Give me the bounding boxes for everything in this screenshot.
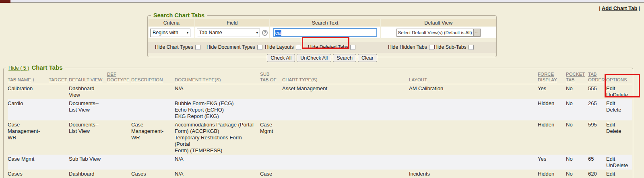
table-cell — [107, 155, 131, 170]
table-cell: 620 — [588, 170, 606, 178]
column-header-document-type-s-[interactable]: DOCUMENT TYPE(S) — [175, 71, 260, 84]
search-chart-tabs-panel: Search Chart Tabs Criteria Begins with ▾… — [147, 15, 497, 57]
column-header-default-view[interactable]: DEFAULT VIEW — [69, 71, 107, 84]
table-row: Case MgmtSub Tab ViewN/AYesNo65Edit UnDe… — [8, 155, 632, 170]
sort-ascending-icon: ↑ — [32, 77, 35, 83]
options-cell[interactable]: Edit UnDelete — [606, 155, 632, 170]
checkbox-group: Hide Chart Types — [155, 44, 200, 50]
table-cell: No — [566, 120, 588, 155]
search-buttons-row: Check AllUnCheck AllSearchClear — [148, 54, 496, 62]
table-cell: Documents-- List View — [69, 120, 107, 155]
table-cell — [49, 170, 69, 178]
table-cell — [282, 120, 409, 155]
table-cell: N/A — [175, 155, 260, 170]
table-cell — [107, 170, 131, 178]
checkbox-band: Hide Chart TypesHide Document TypesHide … — [148, 42, 496, 53]
checkbox[interactable] — [195, 45, 200, 50]
table-cell: Calibration — [8, 84, 49, 99]
checkbox-group: Hide Layouts — [265, 44, 301, 50]
checkbox-label: Hide Chart Types — [155, 44, 193, 50]
check-all-button[interactable]: Check All — [267, 54, 295, 62]
table-cell: N/A — [175, 170, 260, 178]
column-header-chart-type-s-[interactable]: CHART TYPE(S) — [282, 71, 409, 84]
options-cell[interactable]: Edit UnDelete — [606, 170, 632, 178]
checkbox-label: Hide Hidden Tabs — [388, 44, 427, 50]
chart-tabs-panel: Hide ( 5 )Chart Tabs TAB NAME↑TARGETDEFA… — [3, 68, 633, 178]
chevron-down-icon: ▾ — [256, 31, 258, 35]
table-cell — [49, 155, 69, 170]
criteria-header: Criteria — [149, 19, 194, 26]
options-cell[interactable]: Edit Delete — [606, 99, 632, 120]
add-chart-tab-bar: |Add Chart Tab| — [599, 5, 640, 11]
chart-tabs-table: TAB NAME↑TARGETDEFAULT VIEWDEF DOCTYPEDE… — [8, 71, 632, 178]
search-text-selected-value: ca — [275, 30, 281, 36]
column-header-pocket-tab[interactable]: POCKET TAB — [566, 71, 588, 84]
table-cell — [49, 120, 69, 155]
search-text-header: Search Text — [270, 19, 380, 26]
field-select[interactable]: Tab Name ▾ — [197, 29, 260, 37]
table-cell — [107, 99, 131, 120]
table-cell: Dashboard View — [69, 84, 107, 99]
top-left-red-bar — [0, 0, 10, 3]
table-cell: Hidden — [538, 99, 566, 120]
column-header-def-doctype[interactable]: DEF DOCTYPE — [107, 71, 131, 84]
column-header-layout[interactable]: LAYOUT — [409, 71, 538, 84]
table-cell: Incidents — [409, 170, 538, 178]
table-cell: Hidden — [538, 170, 566, 178]
table-row: CalibrationDashboard ViewN/AAsset Manage… — [8, 84, 632, 99]
checkbox[interactable] — [429, 45, 434, 50]
column-header-target[interactable]: TARGET — [49, 71, 69, 84]
table-cell: Hidden — [538, 120, 566, 155]
table-cell: No — [566, 99, 588, 120]
table-cell — [409, 99, 538, 120]
field-header: Field — [195, 19, 269, 26]
table-cell: Yes — [538, 84, 566, 99]
table-cell — [282, 155, 409, 170]
pipe-left: | — [599, 5, 601, 11]
checkbox[interactable] — [296, 45, 301, 50]
default-view-ellipsis-button[interactable]: ... — [473, 29, 480, 36]
options-cell[interactable]: Edit Delete — [606, 120, 632, 155]
table-cell — [409, 120, 538, 155]
checkbox[interactable] — [350, 45, 355, 50]
checkbox-label: Hide Deleted Tabs — [308, 44, 348, 50]
column-header-force-display[interactable]: FORCE DISPLAY — [538, 71, 566, 84]
column-header-description[interactable]: DESCRIPTION — [131, 71, 175, 84]
table-cell — [131, 84, 175, 99]
search-grid: Criteria Begins with ▾ Field Tab Name ▾ … — [148, 19, 496, 38]
table-cell: 65 — [588, 155, 606, 170]
hide-count-link[interactable]: Hide ( 5 ) — [8, 65, 29, 71]
search-button[interactable]: Search — [333, 54, 356, 62]
table-cell — [49, 84, 69, 99]
table-cell: Case Mgmt — [260, 170, 282, 178]
criteria-select[interactable]: Begins with ▾ — [150, 29, 190, 37]
table-cell: Case Management-WR — [131, 120, 175, 155]
checkbox-label: Hide Sub-Tabs — [434, 44, 466, 50]
table-cell: Accommodations Package (Portal Form) (AC… — [175, 120, 260, 155]
table-cell — [409, 155, 538, 170]
table-cell: No — [566, 155, 588, 170]
table-cell: Bubble Form-EKG (ECG) Echo Report (ECHO)… — [175, 99, 260, 120]
chart-tabs-legend: Hide ( 5 )Chart Tabs — [6, 64, 65, 71]
uncheck-all-button[interactable]: UnCheck All — [297, 54, 331, 62]
table-cell — [260, 99, 282, 120]
criteria-select-value: Begins with — [153, 30, 178, 35]
table-cell — [260, 84, 282, 99]
add-chart-tab-link[interactable]: Add Chart Tab — [602, 5, 638, 11]
checkbox-group: Hide Deleted Tabs — [308, 44, 355, 50]
clear-button[interactable]: Clear — [358, 54, 377, 62]
search-text-input[interactable]: ca — [273, 28, 377, 37]
checkbox[interactable] — [257, 45, 262, 50]
table-cell: N/A — [175, 84, 260, 99]
options-cell[interactable]: Edit UnDelete — [606, 84, 632, 99]
table-cell: Asset Management — [282, 84, 409, 99]
table-cell — [131, 99, 175, 120]
table-cell: 595 — [588, 120, 606, 155]
default-view-picker[interactable]: Select Default View(s) (Default is All) … — [396, 29, 481, 37]
help-icon[interactable]: ? — [262, 30, 268, 36]
checkbox[interactable] — [469, 45, 474, 50]
table-cell: Case Mgmt — [8, 155, 49, 170]
column-header-tab-order[interactable]: TAB ORDER — [588, 71, 606, 84]
column-header-tab-name[interactable]: TAB NAME↑ — [8, 71, 49, 84]
table-cell: No — [566, 84, 588, 99]
